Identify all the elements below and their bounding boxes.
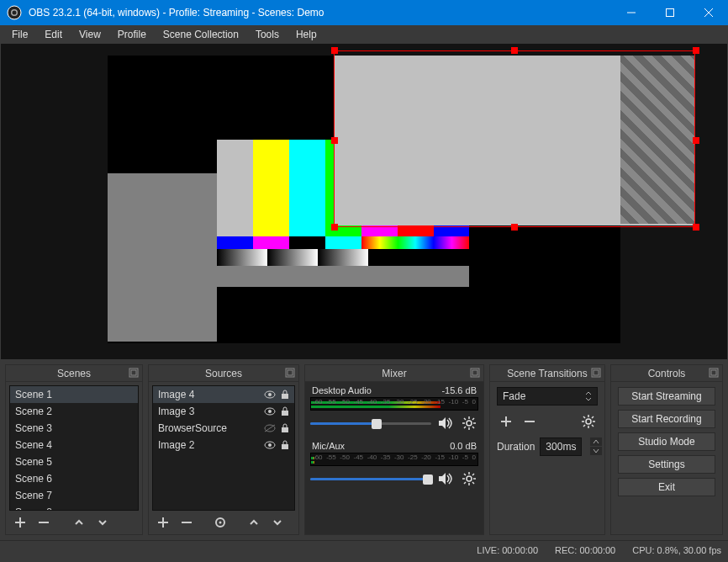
lock-icon[interactable]: [281, 406, 289, 416]
duration-spinner[interactable]: 300ms: [540, 437, 582, 456]
mixer-channel: Mic/Aux 0.0 dB -60-55-50-45-40-35-30-25-…: [310, 441, 478, 488]
dock-undock-icon[interactable]: [709, 368, 719, 378]
eye-icon[interactable]: [264, 441, 276, 449]
selection-handle-e[interactable]: [693, 137, 699, 144]
lock-icon[interactable]: [281, 390, 289, 400]
svg-line-57: [472, 427, 474, 428]
scenes-list-item[interactable]: Scene 1: [10, 386, 138, 403]
audio-meter: -60-55-50-45-40-35-30-25-20-15-10-50: [310, 397, 478, 411]
sources-list-item[interactable]: Image 2: [153, 437, 294, 453]
eye-icon[interactable]: [264, 390, 276, 399]
svg-rect-17: [325, 236, 361, 249]
eye-icon[interactable]: [264, 407, 276, 416]
svg-rect-7: [217, 140, 253, 236]
sources-list-item[interactable]: Image 4: [153, 386, 294, 403]
transition-select[interactable]: Fade: [497, 387, 598, 406]
menu-file[interactable]: File: [3, 27, 36, 42]
scenes-list-item[interactable]: Scene 4: [10, 437, 138, 453]
selection-rect[interactable]: [334, 50, 695, 227]
source-properties-button[interactable]: [211, 513, 229, 532]
start-recording-button[interactable]: Start Recording: [618, 410, 715, 428]
volume-slider[interactable]: [310, 473, 431, 485]
speaker-icon[interactable]: [436, 414, 455, 432]
move-scene-up-button[interactable]: [70, 513, 88, 532]
menu-edit[interactable]: Edit: [36, 27, 71, 42]
exit-button[interactable]: Exit: [618, 478, 715, 496]
svg-rect-8: [253, 140, 289, 236]
svg-point-2: [13, 11, 17, 15]
selection-handle-s[interactable]: [511, 224, 518, 231]
selection-handle-sw[interactable]: [331, 224, 338, 231]
scenes-list-item[interactable]: Scene 2: [10, 403, 138, 420]
svg-rect-33: [282, 394, 288, 399]
add-scene-button[interactable]: [11, 513, 29, 532]
panel-title: Controls: [648, 368, 686, 379]
selection-handle-se[interactable]: [693, 224, 699, 231]
menu-help[interactable]: Help: [288, 27, 325, 42]
svg-rect-20: [267, 249, 318, 266]
scenes-list-item[interactable]: Scene 3: [10, 420, 138, 437]
dock-undock-icon[interactable]: [129, 368, 139, 378]
svg-line-80: [583, 416, 585, 418]
panel-header-mixer[interactable]: Mixer: [305, 365, 483, 382]
add-transition-button[interactable]: [497, 412, 515, 431]
sources-list-item[interactable]: Image 3: [153, 403, 294, 420]
preview-source-gray[interactable]: [108, 173, 217, 342]
maximize-button[interactable]: [651, 0, 689, 25]
preview-canvas[interactable]: [108, 56, 620, 343]
selection-handle-w[interactable]: [331, 137, 338, 144]
lock-icon[interactable]: [281, 440, 289, 450]
transition-properties-button[interactable]: [579, 412, 598, 431]
scenes-list-item[interactable]: Scene 8: [10, 504, 138, 511]
sources-list-item[interactable]: BrowserSource: [153, 420, 294, 437]
duration-value: 300ms: [546, 441, 576, 453]
panel-header-transitions[interactable]: Scene Transitions: [490, 365, 604, 382]
gear-icon[interactable]: [460, 414, 478, 432]
add-source-button[interactable]: [154, 513, 172, 532]
start-streaming-button[interactable]: Start Streaming: [618, 387, 715, 406]
svg-rect-71: [593, 370, 599, 375]
panel-header-sources[interactable]: Sources: [149, 365, 298, 382]
speaker-icon[interactable]: [436, 469, 455, 488]
svg-rect-42: [282, 444, 288, 449]
svg-rect-22: [368, 249, 469, 266]
svg-rect-9: [289, 140, 325, 236]
svg-rect-16: [289, 236, 325, 249]
menu-profile[interactable]: Profile: [109, 27, 155, 42]
preview-area[interactable]: [1, 44, 727, 359]
svg-rect-19: [217, 249, 267, 266]
settings-button[interactable]: Settings: [618, 455, 715, 474]
dock-undock-icon[interactable]: [470, 368, 480, 378]
move-source-up-button[interactable]: [245, 513, 263, 532]
menu-tools[interactable]: Tools: [247, 27, 288, 42]
remove-scene-button[interactable]: [34, 513, 53, 532]
spinner-up-button[interactable]: [590, 437, 602, 446]
scenes-list-item[interactable]: Scene 7: [10, 487, 138, 504]
volume-slider[interactable]: [310, 417, 431, 429]
scenes-list[interactable]: Scene 1 Scene 2 Scene 3 Scene 4 Scene 5 …: [9, 385, 139, 511]
selection-handle-ne[interactable]: [693, 47, 699, 54]
close-button[interactable]: [689, 0, 728, 25]
sources-list[interactable]: Image 4 Image 3 BrowserSource: [152, 385, 295, 511]
move-source-down-button[interactable]: [268, 513, 287, 532]
dock-undock-icon[interactable]: [285, 368, 295, 378]
studio-mode-button[interactable]: Studio Mode: [618, 432, 715, 451]
selection-handle-n[interactable]: [511, 47, 518, 54]
remove-transition-button[interactable]: [520, 412, 539, 431]
lock-icon[interactable]: [281, 423, 289, 433]
panel-header-scenes[interactable]: Scenes: [6, 365, 142, 382]
scenes-list-item[interactable]: Scene 5: [10, 453, 138, 470]
menu-view[interactable]: View: [71, 27, 109, 42]
remove-source-button[interactable]: [177, 513, 196, 532]
minimize-button[interactable]: [612, 0, 651, 25]
dock-undock-icon[interactable]: [591, 368, 601, 378]
scenes-list-item[interactable]: Scene 6: [10, 470, 138, 487]
panel-header-controls[interactable]: Controls: [611, 365, 722, 382]
eye-off-icon[interactable]: [264, 424, 276, 432]
selection-handle-nw[interactable]: [331, 47, 338, 54]
bottom-panels: Scenes Scene 1 Scene 2 Scene 3 Scene 4 S…: [0, 359, 728, 540]
menu-scene-collection[interactable]: Scene Collection: [155, 27, 247, 42]
spinner-down-button[interactable]: [590, 447, 602, 455]
gear-icon[interactable]: [460, 469, 478, 488]
move-scene-down-button[interactable]: [93, 513, 112, 532]
